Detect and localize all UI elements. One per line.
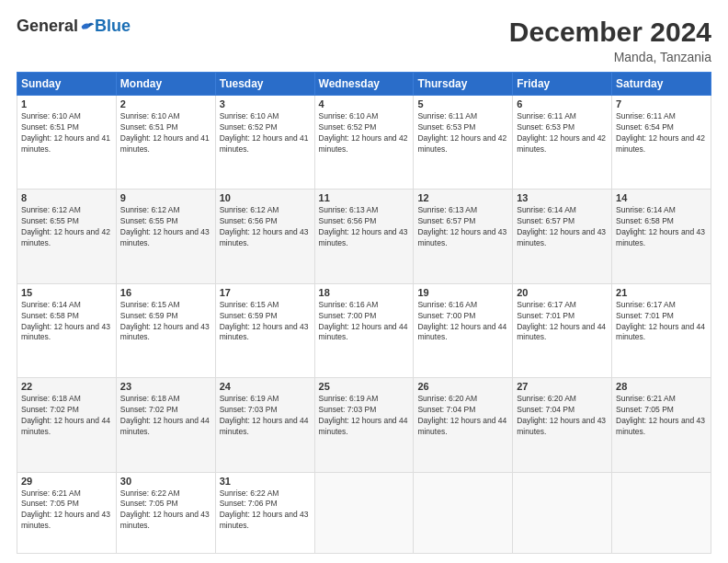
title-area: December 2024 Manda, Tanzania: [509, 17, 711, 64]
day-number: 6: [517, 98, 608, 109]
calendar-cell: 21 Sunrise: 6:17 AM Sunset: 7:01 PM Dayl…: [612, 283, 711, 377]
day-number: 23: [120, 381, 211, 392]
calendar-cell: 26 Sunrise: 6:20 AM Sunset: 7:04 PM Dayl…: [414, 378, 513, 472]
day-number: 30: [120, 476, 211, 487]
day-info: Sunrise: 6:14 AM Sunset: 6:58 PM Dayligh…: [616, 205, 707, 249]
calendar-cell: 19 Sunrise: 6:16 AM Sunset: 7:00 PM Dayl…: [414, 283, 513, 377]
day-info: Sunrise: 6:10 AM Sunset: 6:51 PM Dayligh…: [21, 111, 112, 155]
calendar-header-row: SundayMondayTuesdayWednesdayThursdayFrid…: [17, 73, 711, 96]
calendar-cell: 20 Sunrise: 6:17 AM Sunset: 7:01 PM Dayl…: [513, 283, 612, 377]
logo-general-text: General: [17, 17, 78, 36]
logo: General Blue: [17, 17, 131, 36]
day-number: 1: [21, 98, 112, 109]
weekday-header-tuesday: Tuesday: [215, 73, 314, 96]
calendar-cell: 22 Sunrise: 6:18 AM Sunset: 7:02 PM Dayl…: [17, 378, 117, 472]
calendar-cell: [314, 472, 414, 553]
day-number: 25: [319, 381, 410, 392]
day-info: Sunrise: 6:12 AM Sunset: 6:55 PM Dayligh…: [120, 205, 211, 249]
month-title: December 2024: [509, 17, 711, 48]
day-number: 13: [517, 192, 608, 203]
calendar-cell: 6 Sunrise: 6:11 AM Sunset: 6:53 PM Dayli…: [513, 96, 612, 190]
calendar-cell: 31 Sunrise: 6:22 AM Sunset: 7:06 PM Dayl…: [215, 472, 314, 553]
calendar-cell: 25 Sunrise: 6:19 AM Sunset: 7:03 PM Dayl…: [314, 378, 414, 472]
logo-blue-text: Blue: [95, 17, 131, 36]
day-info: Sunrise: 6:22 AM Sunset: 7:05 PM Dayligh…: [120, 488, 211, 533]
day-info: Sunrise: 6:13 AM Sunset: 6:56 PM Dayligh…: [319, 205, 410, 249]
day-number: 20: [517, 287, 608, 298]
day-number: 2: [120, 98, 211, 109]
day-number: 22: [21, 381, 112, 392]
calendar-cell: 7 Sunrise: 6:11 AM Sunset: 6:54 PM Dayli…: [612, 96, 711, 190]
weekday-header-saturday: Saturday: [612, 73, 711, 96]
calendar-cell: 17 Sunrise: 6:15 AM Sunset: 6:59 PM Dayl…: [215, 283, 314, 377]
weekday-header-friday: Friday: [513, 73, 612, 96]
day-info: Sunrise: 6:12 AM Sunset: 6:56 PM Dayligh…: [220, 205, 311, 249]
day-number: 27: [517, 381, 608, 392]
calendar-cell: [414, 472, 513, 553]
calendar-cell: 2 Sunrise: 6:10 AM Sunset: 6:51 PM Dayli…: [116, 96, 215, 190]
day-info: Sunrise: 6:11 AM Sunset: 6:54 PM Dayligh…: [616, 111, 707, 155]
location-title: Manda, Tanzania: [509, 50, 711, 64]
day-number: 12: [417, 192, 508, 203]
calendar-cell: 23 Sunrise: 6:18 AM Sunset: 7:02 PM Dayl…: [116, 378, 215, 472]
day-info: Sunrise: 6:17 AM Sunset: 7:01 PM Dayligh…: [517, 300, 608, 344]
day-number: 21: [616, 287, 707, 298]
day-number: 7: [616, 98, 707, 109]
calendar-cell: 18 Sunrise: 6:16 AM Sunset: 7:00 PM Dayl…: [314, 283, 414, 377]
day-info: Sunrise: 6:18 AM Sunset: 7:02 PM Dayligh…: [120, 394, 211, 438]
day-info: Sunrise: 6:13 AM Sunset: 6:57 PM Dayligh…: [417, 205, 508, 249]
logo-bird-icon: [80, 19, 95, 34]
weekday-header-sunday: Sunday: [17, 73, 117, 96]
day-info: Sunrise: 6:17 AM Sunset: 7:01 PM Dayligh…: [616, 300, 707, 344]
day-number: 11: [319, 192, 410, 203]
calendar-cell: 9 Sunrise: 6:12 AM Sunset: 6:55 PM Dayli…: [116, 190, 215, 283]
page: General Blue December 2024 Manda, Tanzan…: [0, 0, 728, 563]
day-number: 16: [120, 287, 211, 298]
day-number: 17: [220, 287, 311, 298]
calendar-cell: 5 Sunrise: 6:11 AM Sunset: 6:53 PM Dayli…: [414, 96, 513, 190]
day-info: Sunrise: 6:21 AM Sunset: 7:05 PM Dayligh…: [21, 488, 112, 533]
day-number: 26: [417, 381, 508, 392]
calendar-cell: 11 Sunrise: 6:13 AM Sunset: 6:56 PM Dayl…: [314, 190, 414, 283]
day-info: Sunrise: 6:11 AM Sunset: 6:53 PM Dayligh…: [417, 111, 508, 155]
day-info: Sunrise: 6:16 AM Sunset: 7:00 PM Dayligh…: [319, 300, 410, 344]
day-info: Sunrise: 6:22 AM Sunset: 7:06 PM Dayligh…: [220, 488, 311, 533]
day-info: Sunrise: 6:20 AM Sunset: 7:04 PM Dayligh…: [417, 394, 508, 438]
day-number: 8: [21, 192, 112, 203]
day-number: 5: [417, 98, 508, 109]
calendar-cell: 4 Sunrise: 6:10 AM Sunset: 6:52 PM Dayli…: [314, 96, 414, 190]
calendar-cell: [513, 472, 612, 553]
header: General Blue December 2024 Manda, Tanzan…: [17, 17, 711, 64]
calendar-cell: 13 Sunrise: 6:14 AM Sunset: 6:57 PM Dayl…: [513, 190, 612, 283]
day-info: Sunrise: 6:14 AM Sunset: 6:58 PM Dayligh…: [21, 300, 112, 344]
day-info: Sunrise: 6:11 AM Sunset: 6:53 PM Dayligh…: [517, 111, 608, 155]
calendar-cell: 15 Sunrise: 6:14 AM Sunset: 6:58 PM Dayl…: [17, 283, 117, 377]
day-number: 19: [417, 287, 508, 298]
day-info: Sunrise: 6:10 AM Sunset: 6:52 PM Dayligh…: [319, 111, 410, 155]
day-info: Sunrise: 6:19 AM Sunset: 7:03 PM Dayligh…: [319, 394, 410, 438]
calendar-cell: 10 Sunrise: 6:12 AM Sunset: 6:56 PM Dayl…: [215, 190, 314, 283]
day-number: 14: [616, 192, 707, 203]
day-number: 18: [319, 287, 410, 298]
day-number: 4: [319, 98, 410, 109]
day-number: 24: [220, 381, 311, 392]
day-number: 28: [616, 381, 707, 392]
weekday-header-monday: Monday: [116, 73, 215, 96]
calendar-cell: 29 Sunrise: 6:21 AM Sunset: 7:05 PM Dayl…: [17, 472, 117, 553]
day-info: Sunrise: 6:21 AM Sunset: 7:05 PM Dayligh…: [616, 394, 707, 438]
day-number: 9: [120, 192, 211, 203]
day-number: 10: [220, 192, 311, 203]
day-info: Sunrise: 6:18 AM Sunset: 7:02 PM Dayligh…: [21, 394, 112, 438]
day-number: 29: [21, 476, 112, 487]
day-info: Sunrise: 6:10 AM Sunset: 6:52 PM Dayligh…: [220, 111, 311, 155]
calendar-cell: 3 Sunrise: 6:10 AM Sunset: 6:52 PM Dayli…: [215, 96, 314, 190]
calendar-cell: 30 Sunrise: 6:22 AM Sunset: 7:05 PM Dayl…: [116, 472, 215, 553]
day-info: Sunrise: 6:15 AM Sunset: 6:59 PM Dayligh…: [120, 300, 211, 344]
weekday-header-wednesday: Wednesday: [314, 73, 414, 96]
weekday-header-thursday: Thursday: [414, 73, 513, 96]
calendar-cell: 27 Sunrise: 6:20 AM Sunset: 7:04 PM Dayl…: [513, 378, 612, 472]
calendar-cell: 12 Sunrise: 6:13 AM Sunset: 6:57 PM Dayl…: [414, 190, 513, 283]
day-info: Sunrise: 6:16 AM Sunset: 7:00 PM Dayligh…: [417, 300, 508, 344]
calendar-cell: 24 Sunrise: 6:19 AM Sunset: 7:03 PM Dayl…: [215, 378, 314, 472]
day-number: 31: [220, 476, 311, 487]
